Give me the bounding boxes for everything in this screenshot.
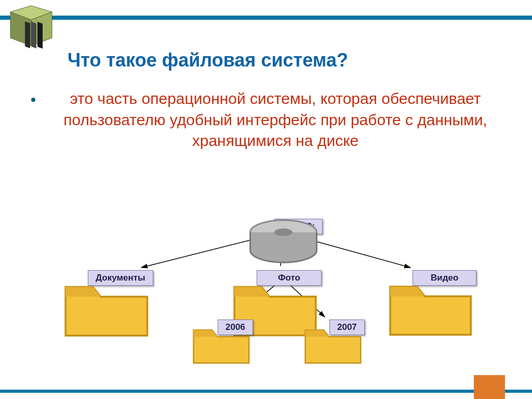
filesystem-diagram: Диск C: Документы Фото Видео 2006 2007 [0,208,532,374]
svg-rect-5 [37,22,43,49]
bullet-dot-icon [31,98,35,102]
folder-icon [301,317,326,338]
node-year2: 2007 [301,317,365,338]
folder-icon [384,268,409,288]
bullet-block: это часть операционной системы, которая … [31,88,506,152]
books-icon [5,4,62,54]
bullet-text: это часть операционной системы, которая … [45,88,506,152]
disk-icon [244,217,271,236]
svg-rect-3 [25,21,30,48]
footer-bar [0,390,532,393]
header-bar [0,16,532,20]
svg-point-12 [274,229,292,236]
node-root: Диск C: [244,217,323,236]
node-documents: Документы [60,268,153,288]
node-year1: 2006 [190,317,253,338]
folder-icon [60,268,85,288]
node-photo: Фото [229,268,322,288]
node-video: Видео [384,268,476,288]
folder-icon [229,268,254,288]
svg-rect-4 [31,22,36,49]
footer-orange-tab [474,375,505,399]
slide-title: Что такое файловая система? [68,49,348,71]
folder-icon [190,317,215,338]
